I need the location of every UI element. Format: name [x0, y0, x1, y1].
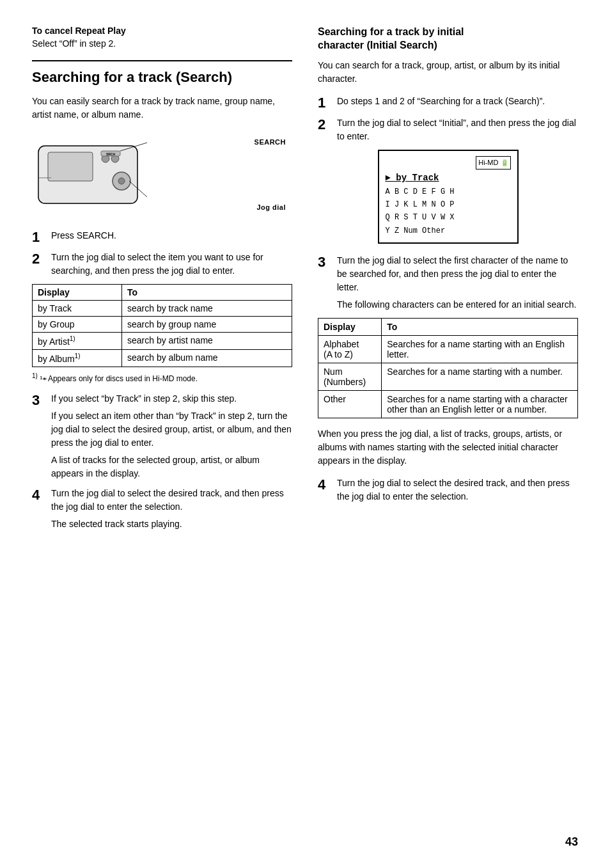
table-row: by Track search by track name	[33, 301, 292, 317]
step-3-number: 3	[32, 393, 46, 407]
svg-text:SRCH: SRCH	[106, 152, 116, 156]
right-step-2-number: 2	[318, 118, 332, 132]
init-table-row-2: Num (Numbers) Searches for a name starti…	[318, 363, 578, 391]
diagram-label-search: SEARCH	[254, 138, 286, 146]
initial-search-intro: You can search for a track, group, artis…	[318, 59, 578, 86]
init-row1-to: Searches for a name starting with an Eng…	[382, 336, 578, 363]
init-table-header-to: To	[382, 319, 578, 336]
table-header-display: Display	[33, 285, 122, 301]
init-row1-display: Alphabet(A to Z)	[318, 336, 382, 363]
init-row3-to: Searches for a name starting with a char…	[382, 391, 578, 418]
step-2-text: Turn the jog dial to select the item you…	[51, 251, 292, 278]
row3-to: search by artist name	[122, 333, 292, 350]
cancel-body: Select “Off” in step 2.	[32, 38, 292, 49]
row1-display: by Track	[33, 301, 122, 317]
right-step-3: 3 Turn the jog dial to select the first …	[318, 254, 578, 312]
right-step-3-number: 3	[318, 255, 332, 269]
right-step-2: 2 Turn the jog dial to select “Initial”,…	[318, 116, 578, 143]
row2-display: by Group	[33, 317, 122, 333]
right-step-2-text: Turn the jog dial to select “Initial”, a…	[337, 116, 578, 143]
init-row2-display: Num (Numbers)	[318, 363, 382, 391]
step-3-text: If you select “by Track” in step 2, skip…	[51, 392, 292, 480]
search-intro: You can easily search for a track by tra…	[32, 95, 292, 122]
table-row: by Artist1) search by artist name	[33, 333, 292, 350]
table-header-to: To	[122, 285, 292, 301]
lcd-char-row-4: Y Z Num Other	[386, 225, 511, 237]
page-container: To cancel Repeat Play Select “Off” in st…	[32, 26, 578, 537]
row3-display: by Artist1)	[33, 333, 122, 350]
init-row3-display: Other	[318, 391, 382, 418]
initial-search-heading: Searching for a track by initial charact…	[318, 26, 578, 52]
right-column: Searching for a track by initial charact…	[318, 26, 578, 537]
initial-search-table: Display To Alphabet(A to Z) Searches for…	[318, 318, 578, 418]
cancel-title: To cancel Repeat Play	[32, 26, 292, 36]
lcd-chars: A B C D E F G H I J K L M N O P Q R S T …	[386, 185, 511, 238]
right-step-1-text: Do steps 1 and 2 of “Searching for a tra…	[337, 95, 578, 108]
lcd-char-row-2: I J K L M N O P	[386, 198, 511, 211]
lcd-char-row-1: A B C D E F G H	[386, 185, 511, 198]
init-table-header-display: Display	[318, 319, 382, 336]
table-row: by Album1) search by album name	[33, 350, 292, 367]
step-4-number: 4	[32, 488, 46, 502]
lcd-top-row: Hi-MD 🔋	[386, 156, 511, 170]
right-step-3-text: Turn the jog dial to select the first ch…	[337, 254, 578, 312]
right-step-4-number: 4	[318, 478, 332, 492]
right-step-1-number: 1	[318, 96, 332, 110]
row4-display: by Album1)	[33, 350, 122, 367]
svg-rect-1	[48, 152, 93, 181]
lcd-display: Hi-MD 🔋 ► by Track A B C D E F G H I J K…	[378, 150, 519, 244]
device-svg: SRCH	[32, 133, 179, 210]
step-1-text: Press SEARCH.	[51, 229, 292, 242]
jog-result-text: When you press the jog dial, a list of t…	[318, 427, 578, 468]
row1-to: search by track name	[122, 301, 292, 317]
left-column: To cancel Repeat Play Select “Off” in st…	[32, 26, 292, 537]
step-1: 1 Press SEARCH.	[32, 229, 292, 244]
search-table: Display To by Track search by track name…	[32, 284, 292, 367]
init-row2-to: Searches for a name starting with a numb…	[382, 363, 578, 391]
right-step-1: 1 Do steps 1 and 2 of “Searching for a t…	[318, 95, 578, 110]
section-divider	[32, 60, 292, 61]
lcd-track-row: ► by Track	[386, 171, 511, 185]
lcd-himd-label: Hi-MD 🔋	[476, 156, 510, 170]
page-number: 43	[565, 835, 578, 849]
row4-to: search by album name	[122, 350, 292, 367]
row2-to: search by group name	[122, 317, 292, 333]
step-1-number: 1	[32, 230, 46, 244]
init-table-row-1: Alphabet(A to Z) Searches for a name sta…	[318, 336, 578, 363]
right-step-4-text: Turn the jog dial to select the desired …	[337, 477, 578, 503]
cancel-section: To cancel Repeat Play Select “Off” in st…	[32, 26, 292, 49]
svg-point-7	[118, 178, 125, 184]
right-step-4: 4 Turn the jog dial to select the desire…	[318, 477, 578, 503]
init-table-row-3: Other Searches for a name starting with …	[318, 391, 578, 418]
step-2: 2 Turn the jog dial to select the item y…	[32, 251, 292, 278]
step-4-text: Turn the jog dial to select the desired …	[51, 487, 292, 531]
step-3: 3 If you select “by Track” in step 2, sk…	[32, 392, 292, 480]
search-section-heading: Searching for a track (Search)	[32, 69, 292, 86]
device-diagram: SRCH SEARCH Jog dial	[32, 133, 292, 216]
step-2-number: 2	[32, 252, 46, 266]
table-footnote: 1) ¹⧞ Appears only for discs used in Hi-…	[32, 372, 292, 383]
table-row: by Group search by group name	[33, 317, 292, 333]
step-4: 4 Turn the jog dial to select the desire…	[32, 487, 292, 531]
lcd-char-row-3: Q R S T U V W X	[386, 211, 511, 224]
diagram-label-jog: Jog dial	[256, 203, 286, 211]
